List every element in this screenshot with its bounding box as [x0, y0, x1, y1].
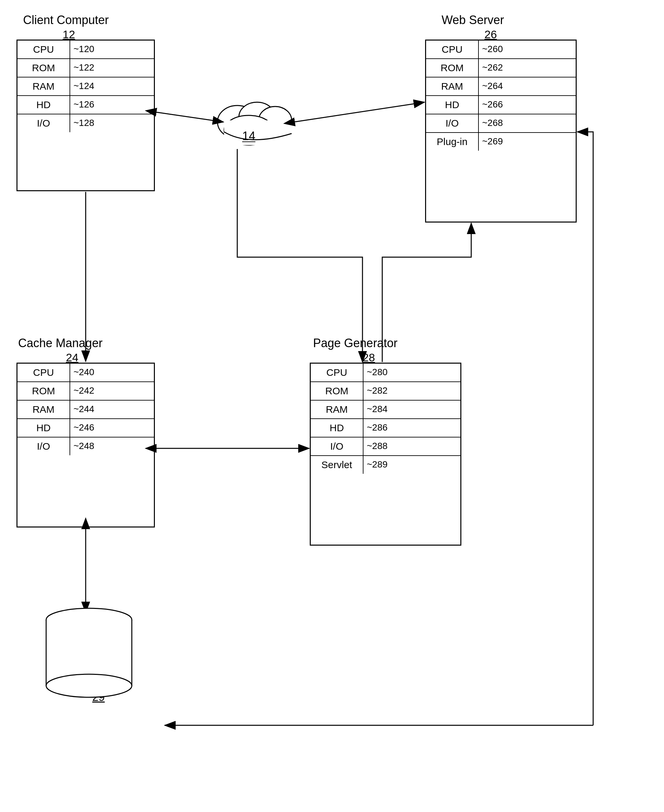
client-rom-label: ROM — [18, 59, 70, 77]
ws-hd-ref: ~266 — [479, 96, 576, 114]
client-hd-label: HD — [18, 96, 70, 114]
svg-point-7 — [239, 102, 275, 132]
svg-rect-20 — [46, 620, 132, 686]
client-ram-row: RAM ~124 — [18, 77, 154, 96]
page-generator-box: CPU ~280 ROM ~282 RAM ~284 HD ~286 I/O ~… — [310, 363, 461, 546]
client-io-row: I/O ~128 — [18, 114, 154, 132]
ws-plugin-row: Plug-in ~269 — [426, 133, 576, 151]
cm-cpu-label: CPU — [18, 364, 70, 382]
cm-hd-label: HD — [18, 419, 70, 437]
client-cpu-label: CPU — [18, 41, 70, 58]
pg-cpu-label: CPU — [311, 364, 363, 382]
web-server-title: Web Server — [441, 13, 504, 27]
database-number: 29 — [92, 691, 105, 704]
cache-manager-box: CPU ~240 ROM ~242 RAM ~244 HD ~246 I/O ~… — [16, 363, 155, 527]
client-hd-row: HD ~126 — [18, 96, 154, 114]
svg-point-19 — [46, 608, 132, 631]
page-generator-number: 28 — [363, 351, 375, 364]
ws-rom-label: ROM — [426, 59, 479, 77]
web-server-number: 26 — [484, 28, 497, 41]
ws-hd-label: HD — [426, 96, 479, 114]
pg-rom-ref: ~282 — [363, 382, 461, 400]
cm-hd-row: HD ~246 — [18, 419, 154, 437]
pg-hd-row: HD ~286 — [311, 419, 461, 437]
cache-manager-title: Cache Manager — [18, 336, 103, 350]
ws-rom-ref: ~262 — [479, 59, 576, 77]
pg-servlet-ref: ~289 — [363, 456, 461, 474]
cm-hd-ref: ~246 — [70, 419, 154, 437]
ws-rom-row: ROM ~262 — [426, 59, 576, 77]
ws-ram-label: RAM — [426, 77, 479, 95]
pg-rom-row: ROM ~282 — [311, 382, 461, 401]
svg-line-13 — [156, 112, 223, 122]
cm-io-row: I/O ~248 — [18, 437, 154, 455]
client-computer-box: CPU ~120 ROM ~122 RAM ~124 HD ~126 I/O ~… — [16, 39, 155, 191]
pg-servlet-label: Servlet — [311, 456, 363, 474]
client-io-ref: ~128 — [70, 114, 154, 132]
cm-cpu-ref: ~240 — [70, 364, 154, 382]
pg-io-ref: ~288 — [363, 437, 461, 455]
client-hd-ref: ~126 — [70, 96, 154, 114]
pg-ram-ref: ~284 — [363, 401, 461, 418]
ws-io-row: I/O ~268 — [426, 114, 576, 133]
cache-manager-number: 24 — [66, 351, 78, 364]
client-computer-title: Client Computer — [23, 13, 109, 27]
cm-io-ref: ~248 — [70, 437, 154, 455]
pg-cpu-row: CPU ~280 — [311, 364, 461, 382]
ws-io-ref: ~268 — [479, 114, 576, 132]
ws-plugin-label: Plug-in — [426, 133, 479, 151]
cm-ram-label: RAM — [18, 401, 70, 418]
cm-io-label: I/O — [18, 437, 70, 455]
pg-io-label: I/O — [311, 437, 363, 455]
pg-hd-label: HD — [311, 419, 363, 437]
pg-cpu-ref: ~280 — [363, 364, 461, 382]
client-computer-number: 12 — [63, 28, 75, 41]
cm-ram-ref: ~244 — [70, 401, 154, 418]
pg-hd-ref: ~286 — [363, 419, 461, 437]
ws-cpu-row: CPU ~260 — [426, 41, 576, 59]
client-rom-ref: ~122 — [70, 59, 154, 77]
diagram: Client Computer 12 CPU ~120 ROM ~122 RAM… — [0, 0, 664, 812]
client-ram-ref: ~124 — [70, 77, 154, 95]
pg-ram-label: RAM — [311, 401, 363, 418]
client-ram-label: RAM — [18, 77, 70, 95]
network-label: 14 — [229, 116, 242, 128]
cm-cpu-row: CPU ~240 — [18, 364, 154, 382]
ws-plugin-ref: ~269 — [479, 133, 576, 151]
client-rom-row: ROM ~122 — [18, 59, 154, 77]
client-cpu-row: CPU ~120 — [18, 41, 154, 59]
cm-rom-label: ROM — [18, 382, 70, 400]
ws-cpu-ref: ~260 — [479, 41, 576, 58]
pg-io-row: I/O ~288 — [311, 437, 461, 456]
ws-ram-ref: ~264 — [479, 77, 576, 95]
cm-ram-row: RAM ~244 — [18, 401, 154, 419]
cm-rom-ref: ~242 — [70, 382, 154, 400]
svg-point-23 — [46, 674, 132, 697]
cm-rom-row: ROM ~242 — [18, 382, 154, 401]
svg-text:14: 14 — [242, 129, 256, 143]
pg-rom-label: ROM — [311, 382, 363, 400]
client-io-label: I/O — [18, 114, 70, 132]
ws-cpu-label: CPU — [426, 41, 479, 58]
pg-ram-row: RAM ~284 — [311, 401, 461, 419]
page-generator-title: Page Generator — [313, 336, 397, 350]
pg-servlet-row: Servlet ~289 — [311, 456, 461, 474]
web-server-box: CPU ~260 ROM ~262 RAM ~264 HD ~266 I/O ~… — [425, 39, 577, 223]
svg-line-14 — [294, 102, 425, 122]
svg-point-8 — [259, 106, 291, 134]
ws-io-label: I/O — [426, 114, 479, 132]
client-cpu-ref: ~120 — [70, 41, 154, 58]
ws-hd-row: HD ~266 — [426, 96, 576, 114]
ws-ram-row: RAM ~264 — [426, 77, 576, 96]
